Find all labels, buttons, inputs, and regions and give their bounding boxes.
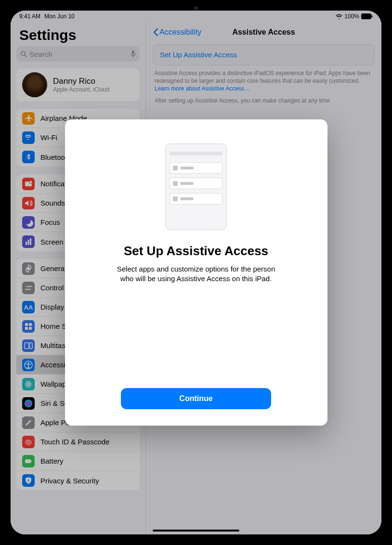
modal-scrim: Set Up Assistive Access Select apps and …: [11, 11, 381, 534]
continue-button[interactable]: Continue: [121, 388, 271, 409]
modal-body: Select apps and customize options for th…: [113, 264, 279, 284]
modal-illustration: [165, 143, 227, 230]
front-camera: [186, 6, 206, 11]
screen: 9:41 AM Mon Jun 10 100% Settings: [11, 11, 381, 534]
assistive-access-setup-modal: Set Up Assistive Access Select apps and …: [65, 119, 327, 426]
modal-title: Set Up Assistive Access: [124, 244, 268, 259]
home-indicator[interactable]: [153, 530, 239, 532]
ipad-device-frame: 9:41 AM Mon Jun 10 100% Settings: [0, 0, 392, 545]
